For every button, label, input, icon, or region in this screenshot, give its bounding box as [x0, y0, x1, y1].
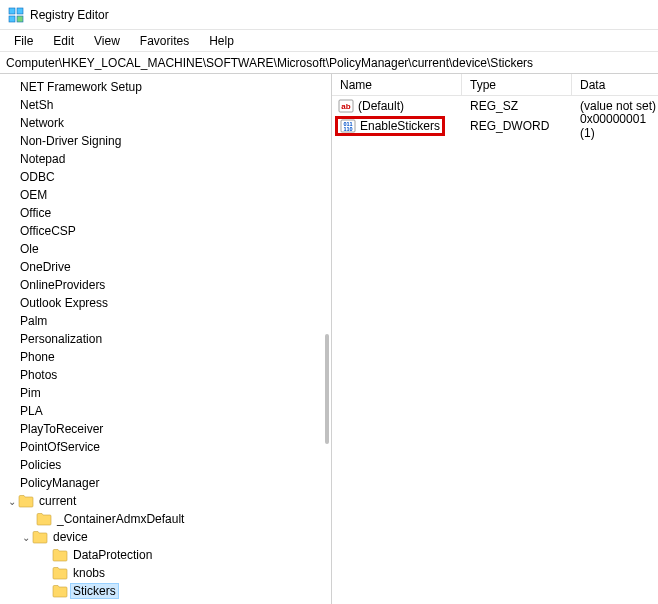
- tree-item-current[interactable]: ⌄current: [6, 492, 331, 510]
- tree-item[interactable]: Network: [6, 114, 331, 132]
- value-row[interactable]: 011110EnableStickersREG_DWORD0x00000001 …: [332, 116, 658, 136]
- value-data: 0x00000001 (1): [572, 112, 658, 140]
- folder-icon: [52, 566, 68, 580]
- tree-label: PlayToReceiver: [18, 422, 105, 436]
- main-area: NET Framework SetupNetShNetworkNon-Drive…: [0, 74, 658, 604]
- svg-text:110: 110: [343, 126, 352, 132]
- value-data: (value not set): [572, 99, 658, 113]
- address-bar[interactable]: Computer\HKEY_LOCAL_MACHINE\SOFTWARE\Mic…: [0, 52, 658, 74]
- tree-label: Personalization: [18, 332, 104, 346]
- tree-item[interactable]: PlayToReceiver: [6, 420, 331, 438]
- tree-item[interactable]: OfficeCSP: [6, 222, 331, 240]
- tree-label: Ole: [18, 242, 41, 256]
- titlebar: Registry Editor: [0, 0, 658, 30]
- tree-label: Network: [18, 116, 66, 130]
- col-header-data[interactable]: Data: [572, 74, 658, 95]
- folder-icon: [36, 512, 52, 526]
- tree-label: PLA: [18, 404, 45, 418]
- tree-label: OnlineProviders: [18, 278, 107, 292]
- value-type: REG_DWORD: [462, 119, 572, 133]
- tree-item[interactable]: OEM: [6, 186, 331, 204]
- reg-dword-icon: 011110: [340, 118, 356, 134]
- tree-item[interactable]: _ContainerAdmxDefault: [6, 510, 331, 528]
- tree-item[interactable]: PLA: [6, 402, 331, 420]
- tree-label: DataProtection: [71, 548, 154, 562]
- chevron-down-icon[interactable]: ⌄: [6, 496, 18, 507]
- tree-item[interactable]: ODBC: [6, 168, 331, 186]
- tree-label: PointOfService: [18, 440, 102, 454]
- tree-label: NET Framework Setup: [18, 80, 144, 94]
- tree-item[interactable]: Notepad: [6, 150, 331, 168]
- col-header-type[interactable]: Type: [462, 74, 572, 95]
- tree-item[interactable]: DataProtection: [6, 546, 331, 564]
- folder-icon: [52, 548, 68, 562]
- tree-label: Non-Driver Signing: [18, 134, 123, 148]
- chevron-down-icon[interactable]: ⌄: [20, 532, 32, 543]
- menu-file[interactable]: File: [4, 32, 43, 50]
- tree-label: Stickers: [71, 584, 118, 598]
- tree-label: knobs: [71, 566, 107, 580]
- tree-label: Outlook Express: [18, 296, 110, 310]
- tree-item[interactable]: PolicyManager: [6, 474, 331, 492]
- tree-item[interactable]: Outlook Express: [6, 294, 331, 312]
- tree-item[interactable]: Non-Driver Signing: [6, 132, 331, 150]
- tree-label: Palm: [18, 314, 49, 328]
- values-pane[interactable]: Name Type Data ab(Default)REG_SZ(value n…: [332, 74, 658, 604]
- tree-item[interactable]: Ole: [6, 240, 331, 258]
- tree-label: PolicyManager: [18, 476, 101, 490]
- folder-icon: [18, 494, 34, 508]
- tree-label: device: [51, 530, 90, 544]
- menu-help[interactable]: Help: [199, 32, 244, 50]
- menu-favorites[interactable]: Favorites: [130, 32, 199, 50]
- svg-rect-0: [9, 8, 15, 14]
- tree-label: OEM: [18, 188, 49, 202]
- tree-item[interactable]: Office: [6, 204, 331, 222]
- svg-rect-3: [17, 16, 23, 22]
- tree-item[interactable]: Pim: [6, 384, 331, 402]
- tree-label: ODBC: [18, 170, 57, 184]
- tree-label: Office: [18, 206, 53, 220]
- tree-item[interactable]: OneDrive: [6, 258, 331, 276]
- tree-label: Photos: [18, 368, 59, 382]
- tree-item[interactable]: knobs: [6, 564, 331, 582]
- reg-string-icon: ab: [338, 98, 354, 114]
- folder-icon: [32, 530, 48, 544]
- highlight-box: 011110EnableStickers: [335, 116, 445, 136]
- tree-label: _ContainerAdmxDefault: [55, 512, 186, 526]
- tree-item[interactable]: Palm: [6, 312, 331, 330]
- value-name: (Default): [358, 99, 404, 113]
- value-type: REG_SZ: [462, 99, 572, 113]
- svg-rect-1: [17, 8, 23, 14]
- tree-pane[interactable]: NET Framework SetupNetShNetworkNon-Drive…: [0, 74, 332, 604]
- tree-label: Phone: [18, 350, 57, 364]
- menu-edit[interactable]: Edit: [43, 32, 84, 50]
- tree-label: Notepad: [18, 152, 67, 166]
- tree-item[interactable]: Policies: [6, 456, 331, 474]
- menubar: File Edit View Favorites Help: [0, 30, 658, 52]
- tree-item[interactable]: Personalization: [6, 330, 331, 348]
- svg-text:ab: ab: [341, 102, 350, 111]
- col-header-name[interactable]: Name: [332, 74, 462, 95]
- tree-item[interactable]: NetSh: [6, 96, 331, 114]
- tree-label: Policies: [18, 458, 63, 472]
- folder-icon: [52, 584, 68, 598]
- menu-view[interactable]: View: [84, 32, 130, 50]
- window-title: Registry Editor: [30, 8, 109, 22]
- tree-item[interactable]: OnlineProviders: [6, 276, 331, 294]
- regedit-icon: [8, 7, 24, 23]
- address-text: Computer\HKEY_LOCAL_MACHINE\SOFTWARE\Mic…: [6, 56, 533, 70]
- tree-item-device[interactable]: ⌄device: [6, 528, 331, 546]
- scrollbar-thumb[interactable]: [325, 334, 329, 444]
- tree-label: OneDrive: [18, 260, 73, 274]
- tree-label: OfficeCSP: [18, 224, 78, 238]
- tree-item[interactable]: NET Framework Setup: [6, 78, 331, 96]
- tree-item-stickers[interactable]: Stickers: [6, 582, 331, 600]
- tree-item[interactable]: Phone: [6, 348, 331, 366]
- tree-label: current: [37, 494, 78, 508]
- tree-label: NetSh: [18, 98, 55, 112]
- tree-item[interactable]: Photos: [6, 366, 331, 384]
- tree-item[interactable]: PointOfService: [6, 438, 331, 456]
- tree-label: Pim: [18, 386, 43, 400]
- value-name: EnableStickers: [360, 119, 440, 133]
- svg-rect-2: [9, 16, 15, 22]
